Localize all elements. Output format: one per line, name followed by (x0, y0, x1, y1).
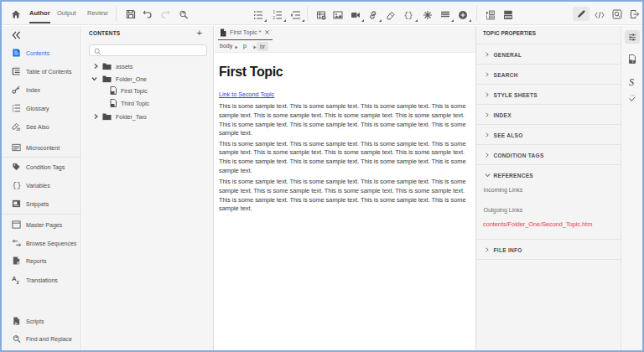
svg-text:1: 1 (273, 10, 276, 14)
svg-text:z: z (17, 279, 19, 284)
svg-text:{}: {} (403, 11, 413, 20)
svg-text:{}: {} (13, 181, 22, 189)
svg-text:js: js (14, 321, 18, 325)
svg-text:2: 2 (273, 16, 276, 20)
